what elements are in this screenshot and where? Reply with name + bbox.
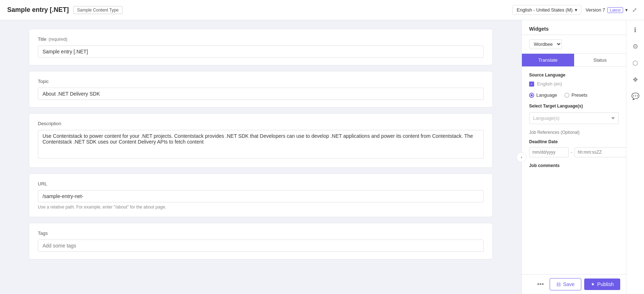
widgets-header: Widgets	[522, 20, 626, 35]
components-icon[interactable]: ❖	[632, 76, 638, 84]
radio-presets[interactable]: Presets	[564, 92, 587, 98]
nodes-icon[interactable]: ⬡	[632, 59, 638, 67]
target-lang-label: Select Target Language(s)	[529, 104, 619, 109]
save-button[interactable]: ⊟ Save	[550, 278, 581, 290]
more-options[interactable]: •••	[534, 279, 547, 290]
panel-tabs: Translate Status	[522, 54, 626, 67]
source-language-row: English (en)	[529, 81, 619, 87]
collapse-button[interactable]: ‹	[516, 152, 527, 162]
tab-status[interactable]: Status	[574, 54, 626, 66]
header-right: English - United States (M) ▾ Version 7 …	[513, 5, 637, 15]
job-references-label: Job References (Optional)	[529, 130, 619, 135]
title-label: Title (required)	[38, 36, 484, 42]
title-input[interactable]	[38, 45, 484, 58]
version-label: Version 7	[586, 7, 605, 13]
entry-title: Sample entry [.NET]	[7, 6, 69, 14]
wordbee-select[interactable]: Wordbee	[529, 39, 562, 49]
chevron-down-icon: ▾	[625, 7, 628, 13]
deadline-row: -	[529, 147, 619, 157]
radio-presets-circle	[564, 93, 569, 98]
language-label: English - United States (M)	[516, 7, 572, 13]
info-icon[interactable]: ℹ	[634, 26, 636, 34]
description-label: Description	[38, 121, 484, 126]
job-comments-label: Job comments	[529, 163, 619, 168]
dash: -	[571, 150, 572, 155]
header-left: Sample entry [.NET] Sample Content Type	[7, 6, 122, 14]
topic-label: Topic	[38, 79, 484, 84]
bottom-bar: ••• ⊟ Save ✦ Publish	[522, 274, 626, 294]
tags-input[interactable]	[38, 240, 484, 252]
description-card: Description Use Contentstack to power co…	[29, 113, 493, 168]
source-lang-text: English (en)	[537, 81, 562, 87]
title-card: Title (required)	[29, 29, 493, 65]
save-icon: ⊟	[556, 281, 561, 287]
panel-body: Source Language English (en) Language Pr…	[522, 67, 626, 274]
topic-input[interactable]	[38, 88, 484, 100]
right-panel: Widgets Wordbee Translate Status Source …	[522, 20, 626, 294]
tags-label: Tags	[38, 231, 484, 236]
description-wrapper: Use Contentstack to power content for yo…	[38, 130, 484, 160]
description-input[interactable]: Use Contentstack to power content for yo…	[38, 130, 484, 159]
chat-icon[interactable]: 💬	[631, 92, 639, 100]
url-label: URL	[38, 181, 484, 187]
tags-card: Tags	[29, 223, 493, 259]
source-lang-checkbox	[529, 82, 534, 87]
publish-icon: ✦	[591, 281, 595, 287]
source-language-label: Source Language	[529, 73, 619, 78]
content-type-badge: Sample Content Type	[73, 6, 122, 14]
url-hint: Use a relative path. For example, enter …	[38, 205, 484, 210]
wordbee-selector: Wordbee	[522, 35, 626, 54]
tab-translate[interactable]: Translate	[522, 54, 574, 66]
url-input[interactable]	[38, 190, 484, 202]
chevron-down-icon: ▾	[575, 7, 577, 13]
url-card: URL Use a relative path. For example, en…	[29, 174, 493, 217]
time-input[interactable]	[574, 147, 626, 157]
radio-language[interactable]: Language	[529, 92, 557, 98]
target-language-select[interactable]: Language(s)	[529, 112, 619, 124]
radio-group: Language Presets	[529, 92, 619, 98]
publish-button[interactable]: ✦ Publish	[584, 278, 620, 290]
main-layout: Title (required) Topic Description Use C…	[0, 20, 644, 294]
language-selector[interactable]: English - United States (M) ▾	[513, 5, 581, 15]
topic-card: Topic	[29, 71, 493, 107]
radio-language-circle	[529, 93, 534, 98]
date-input[interactable]	[529, 147, 569, 157]
expand-icon[interactable]: ⤢	[632, 6, 637, 13]
header: Sample entry [.NET] Sample Content Type …	[0, 0, 644, 20]
icon-strip: ℹ ⚙ ⬡ ❖ 💬	[626, 20, 644, 294]
deadline-label: Deadline Date	[529, 139, 619, 144]
latest-tag: Latest	[607, 7, 623, 13]
settings-icon[interactable]: ⚙	[632, 43, 638, 51]
version-badge: Version 7 Latest ▾	[586, 7, 628, 13]
right-panel-wrapper: ‹ Widgets Wordbee Translate Status Sourc…	[522, 20, 644, 294]
content-area: Title (required) Topic Description Use C…	[0, 20, 522, 294]
